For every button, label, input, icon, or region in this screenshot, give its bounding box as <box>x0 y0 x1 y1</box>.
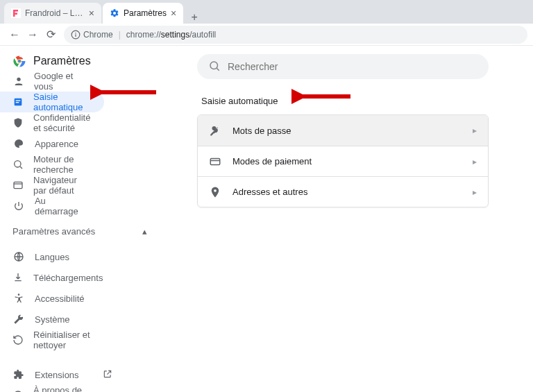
autofill-card: Mots de passe ▸ Modes de paiement ▸ Adre… <box>197 114 489 207</box>
address-bar[interactable]: Chrome | chrome://settings/autofill <box>64 26 527 44</box>
palette-icon <box>12 138 25 149</box>
chevron-right-icon: ▸ <box>473 187 477 197</box>
svg-point-5 <box>18 60 21 62</box>
chevron-right-icon: ▸ <box>473 157 477 167</box>
settings-search[interactable] <box>197 54 489 79</box>
row-addresses[interactable]: Adresses et autres ▸ <box>198 176 488 207</box>
sidebar-item-label: Au démarrage <box>35 196 92 216</box>
svg-rect-12 <box>14 182 22 188</box>
chrome-logo-icon <box>12 54 26 68</box>
sidebar-item-autofill[interactable]: Saisie automatique <box>0 92 104 112</box>
sidebar-item-label: Accessibilité <box>35 293 85 304</box>
advanced-label: Paramètres avancés <box>12 226 95 237</box>
sidebar-item-accessibility[interactable]: Accessibilité <box>0 288 104 309</box>
sidebar-item-search-engine[interactable]: Moteur de recherche <box>0 154 104 175</box>
sidebar-item-appearance[interactable]: Apparence <box>0 133 104 154</box>
open-in-new-icon <box>103 369 112 381</box>
credit-card-icon <box>209 155 221 168</box>
tab-frandroid[interactable]: Frandroid – La référence tech po… × <box>4 3 101 24</box>
sidebar-item-default-browser[interactable]: Navigateur par défaut <box>0 175 104 196</box>
sidebar-item-languages[interactable]: Langues <box>0 246 104 267</box>
sidebar-item-reset[interactable]: Réinitialiser et nettoyer <box>0 330 104 350</box>
tab-title: Frandroid – La référence tech po… <box>25 8 85 18</box>
sidebar-item-label: Saisie automatique <box>33 92 92 112</box>
key-icon <box>209 124 221 137</box>
sidebar-item-label: Téléchargements <box>33 273 103 283</box>
shield-icon <box>12 117 24 128</box>
svg-rect-9 <box>16 102 19 103</box>
sidebar-item-label: Apparence <box>35 139 78 149</box>
location-icon <box>209 186 221 198</box>
svg-rect-20 <box>210 158 220 164</box>
site-info-icon[interactable]: Chrome <box>71 30 113 40</box>
sidebar-item-label: Extensions <box>35 370 93 380</box>
advanced-toggle[interactable]: Paramètres avancés ▴ <box>0 216 160 244</box>
section-title: Saisie automatique <box>201 96 489 106</box>
sidebar-item-extensions[interactable]: Extensions <box>0 364 125 385</box>
search-icon <box>12 159 24 170</box>
sidebar-item-privacy[interactable]: Confidentialité et sécurité <box>0 112 104 133</box>
wrench-icon <box>12 314 25 325</box>
url-text: chrome://settings/autofill <box>126 30 216 40</box>
row-label: Adresses et autres <box>232 187 307 197</box>
person-icon <box>12 76 24 87</box>
sidebar-item-label: Confidentialité et sécurité <box>33 112 92 133</box>
sidebar-item-label: Réinitialiser et nettoyer <box>33 330 92 350</box>
sidebar-item-on-startup[interactable]: Au démarrage <box>0 196 104 216</box>
svg-line-19 <box>217 68 219 70</box>
toolbar: ← → ⟳ Chrome | chrome://settings/autofil… <box>0 24 533 46</box>
sidebar-item-label: Google et vous <box>34 71 92 92</box>
row-payment-methods[interactable]: Modes de paiement ▸ <box>198 146 488 176</box>
close-icon[interactable]: × <box>171 8 176 19</box>
sidebar-item-about-chrome[interactable]: À propos de Chrome <box>0 385 104 392</box>
extension-icon <box>12 369 25 380</box>
sidebar-item-system[interactable]: Système <box>0 309 104 330</box>
row-passwords[interactable]: Mots de passe ▸ <box>198 115 488 146</box>
sidebar-item-google-and-you[interactable]: Google et vous <box>0 71 104 92</box>
page-title: Paramètres <box>33 55 91 67</box>
tab-settings[interactable]: Paramètres × <box>103 3 183 24</box>
tab-title: Paramètres <box>124 8 167 18</box>
sidebar-item-label: Langues <box>35 252 69 262</box>
main-content: Saisie automatique Mots de passe ▸ Modes… <box>160 46 533 392</box>
chevron-right-icon: ▸ <box>473 126 477 135</box>
tab-strip: Frandroid – La référence tech po… × Para… <box>0 0 533 24</box>
window-icon <box>12 180 24 191</box>
restore-icon <box>12 334 24 346</box>
svg-point-2 <box>75 32 76 33</box>
search-input[interactable] <box>228 61 477 72</box>
download-icon <box>12 272 24 283</box>
gear-icon <box>110 8 119 18</box>
new-tab-button[interactable]: + <box>185 11 204 24</box>
sidebar-item-label: Moteur de recherche <box>33 154 92 175</box>
row-label: Mots de passe <box>232 126 291 136</box>
power-icon <box>12 201 25 212</box>
svg-rect-3 <box>75 34 76 37</box>
accessibility-icon <box>12 293 25 304</box>
sidebar: Paramètres Google et vous Saisie automat… <box>0 46 160 392</box>
svg-rect-8 <box>16 100 21 101</box>
globe-icon <box>12 251 25 262</box>
svg-point-15 <box>18 293 20 296</box>
forward-button[interactable]: → <box>24 26 42 44</box>
chevron-up-icon: ▴ <box>142 226 147 237</box>
svg-point-6 <box>17 78 20 81</box>
row-label: Modes de paiement <box>232 156 312 167</box>
sidebar-item-label: Navigateur par défaut <box>33 175 92 196</box>
svg-line-11 <box>20 167 22 169</box>
sidebar-item-label: Système <box>35 314 70 325</box>
back-button[interactable]: ← <box>6 26 24 44</box>
scheme-label: Chrome <box>83 30 113 40</box>
frandroid-favicon-icon <box>11 8 21 18</box>
svg-point-18 <box>210 62 218 69</box>
sidebar-item-label: À propos de Chrome <box>33 385 92 392</box>
sidebar-item-downloads[interactable]: Téléchargements <box>0 267 104 288</box>
close-icon[interactable]: × <box>89 8 94 19</box>
reload-button[interactable]: ⟳ <box>42 26 60 44</box>
svg-point-10 <box>15 161 21 167</box>
autofill-icon <box>12 96 24 108</box>
search-icon <box>208 60 221 74</box>
